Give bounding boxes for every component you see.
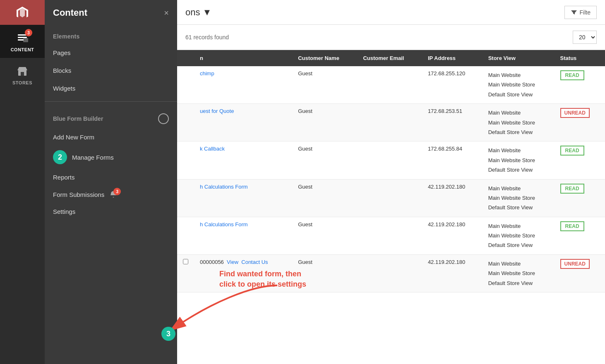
table-header-row: n Customer Name Customer Email IP Addres… — [177, 50, 605, 66]
content-badge: 3 — [25, 29, 32, 36]
row-name-cell: h Calculations Form — [194, 179, 292, 217]
row-name-link[interactable]: h Calculations Form — [200, 184, 248, 190]
main-content: ons ▼ Filte 61 records found 20 — [177, 0, 605, 364]
row-customer-email — [357, 66, 422, 104]
table-row: h Calculations FormGuest42.119.202.180Ma… — [177, 217, 605, 254]
menu-item-widgets[interactable]: Widgets — [45, 79, 177, 97]
sidebar-item-stores[interactable]: STORES — [0, 58, 45, 91]
row-name-link[interactable]: uest for Quote — [200, 108, 234, 114]
status-badge: READ — [560, 70, 584, 80]
close-button[interactable]: × — [164, 8, 169, 18]
row-ip-address: 172.68.255.120 — [422, 66, 483, 104]
col-status[interactable]: Status — [555, 50, 605, 66]
content-icon-box: 3 — [15, 31, 30, 46]
panel-title: Content — [53, 7, 87, 18]
main-header: ons ▼ Filte — [177, 0, 605, 25]
row-name-link[interactable]: h Calculations Form — [200, 221, 248, 228]
row-store-view: Main WebsiteMain Website StoreDefault St… — [483, 254, 555, 292]
stores-icon — [17, 65, 28, 77]
col-checkbox — [177, 50, 194, 66]
row-checkbox-cell — [177, 179, 194, 217]
row-customer-email — [357, 254, 422, 292]
row-name-cell: h Calculations Form — [194, 217, 292, 254]
sidebar-item-content[interactable]: 3 CONTENT — [0, 25, 45, 58]
row-view-link[interactable]: View — [227, 259, 238, 265]
page-size-select[interactable]: 20 — [573, 31, 597, 44]
form-submissions-label: Form Submissions — [53, 191, 104, 198]
row-ip-address: 42.119.202.180 — [422, 217, 483, 254]
menu-item-blocks[interactable]: Blocks — [45, 62, 177, 79]
row-customer-name: Guest — [292, 141, 357, 179]
menu-item-settings[interactable]: Settings — [45, 203, 177, 220]
table-row: chimpGuest172.68.255.120Main WebsiteMain… — [177, 66, 605, 104]
content-panel: Content × Elements Pages Blocks Widgets … — [45, 0, 177, 364]
col-customer-name[interactable]: Customer Name — [292, 50, 357, 66]
table-row: 00000056 View Contact UsGuest42.119.202.… — [177, 254, 605, 292]
col-ip-address[interactable]: IP Address — [422, 50, 483, 66]
stores-icon-box — [15, 64, 30, 79]
row-store-view: Main WebsiteMain Website StoreDefault St… — [483, 217, 555, 254]
data-table: n Customer Name Customer Email IP Addres… — [177, 50, 605, 292]
row-ip-address: 172.68.255.84 — [422, 141, 483, 179]
row-checkbox-cell — [177, 104, 194, 141]
magento-logo-icon — [13, 3, 31, 22]
status-badge: READ — [560, 184, 584, 194]
row-name-link[interactable]: Contact Us — [241, 259, 268, 265]
row-customer-name: Guest — [292, 179, 357, 217]
svg-rect-4 — [23, 38, 28, 42]
bell-badge: 3 — [113, 188, 121, 195]
row-customer-name: Guest — [292, 104, 357, 141]
header-title-text: ons — [185, 7, 200, 18]
menu-item-form-submissions[interactable]: Form Submissions 3 — [45, 186, 177, 203]
row-status: UNREAD — [555, 104, 605, 141]
filter-button[interactable]: Filte — [564, 6, 597, 19]
filter-icon — [571, 9, 577, 16]
table-row: k CallbackGuest172.68.255.84Main Website… — [177, 141, 605, 179]
row-store-view: Main WebsiteMain Website StoreDefault St… — [483, 104, 555, 141]
svg-rect-2 — [18, 37, 27, 38]
stores-label: STORES — [12, 80, 32, 85]
row-ip-address: 172.68.253.51 — [422, 104, 483, 141]
bell-badge-wrap: 3 — [109, 190, 118, 199]
row-store-view: Main WebsiteMain Website StoreDefault St… — [483, 179, 555, 217]
row-status: UNREAD — [555, 254, 605, 292]
menu-item-pages[interactable]: Pages — [45, 44, 177, 62]
row-name-link[interactable]: chimp — [200, 70, 214, 77]
row-customer-email — [357, 217, 422, 254]
row-customer-name: Guest — [292, 66, 357, 104]
logo-area — [0, 0, 45, 25]
sidebar: 3 CONTENT STORES — [0, 0, 45, 364]
menu-item-reports[interactable]: Reports — [45, 168, 177, 186]
toggle-icon[interactable] — [158, 113, 169, 124]
records-count: 61 records found — [185, 34, 229, 41]
row-name-link[interactable]: k Callback — [200, 146, 225, 152]
row-status: READ — [555, 141, 605, 179]
row-id: 00000056 — [200, 259, 227, 265]
row-status: READ — [555, 66, 605, 104]
col-customer-email[interactable]: Customer Email — [357, 50, 422, 66]
filter-label: Filte — [580, 9, 591, 16]
header-title: ons ▼ — [185, 7, 211, 18]
manage-forms-label: Manage Forms — [72, 154, 114, 161]
row-name-cell: 00000056 View Contact Us — [194, 254, 292, 292]
row-customer-email — [357, 141, 422, 179]
menu-item-add-new-form[interactable]: Add New Form — [45, 128, 177, 146]
col-store-view[interactable]: Store View — [483, 50, 555, 66]
dropdown-arrow-icon[interactable]: ▼ — [202, 7, 211, 18]
panel-header: Content × — [45, 0, 177, 26]
step-2-badge: 2 — [53, 150, 67, 164]
table-wrapper: n Customer Name Customer Email IP Addres… — [177, 50, 605, 292]
col-name[interactable]: n — [194, 50, 292, 66]
status-badge: READ — [560, 221, 584, 231]
elements-section-label: Elements — [45, 26, 177, 44]
row-ip-address: 42.119.202.180 — [422, 179, 483, 217]
row-status: READ — [555, 179, 605, 217]
svg-rect-6 — [21, 72, 24, 76]
menu-item-manage-forms[interactable]: 2 Manage Forms — [45, 146, 177, 168]
main-toolbar: 61 records found 20 — [177, 25, 605, 50]
table-row: h Calculations FormGuest42.119.202.180Ma… — [177, 179, 605, 217]
content-label: CONTENT — [11, 47, 34, 52]
row-checkbox[interactable] — [183, 259, 188, 264]
row-ip-address: 42.119.202.180 — [422, 254, 483, 292]
row-checkbox-cell — [177, 254, 194, 292]
